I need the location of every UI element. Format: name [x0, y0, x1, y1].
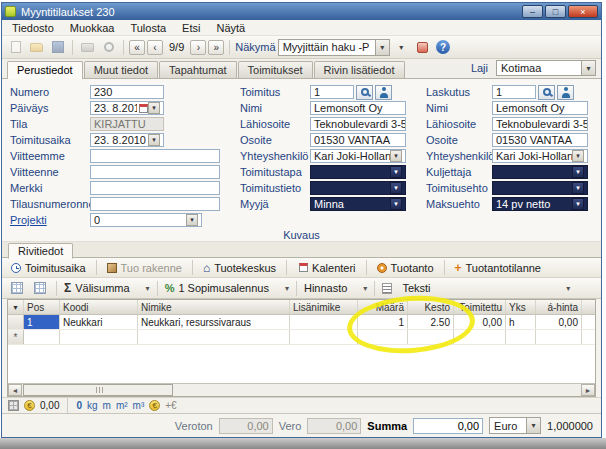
toimitus-osoite-input[interactable]: 01530 VANTAA — [310, 133, 406, 147]
chevron-down-icon[interactable]: ▾ — [390, 166, 402, 178]
col-maara[interactable]: Määrä — [358, 300, 408, 314]
calculator-icon[interactable] — [8, 400, 19, 411]
cell-empty[interactable] — [408, 330, 454, 344]
laskutus-yhteyshenkilo-combo[interactable]: Kari Joki-Hollanti ▾ — [492, 149, 588, 163]
maksuehto-combo[interactable]: 14 pv netto ▾ — [492, 197, 588, 211]
toimitus-customer-button[interactable] — [375, 85, 392, 100]
cell-empty[interactable] — [138, 330, 290, 344]
print-button[interactable] — [78, 38, 97, 57]
cell-pos[interactable]: 1 — [24, 315, 60, 329]
laskutus-nimi-input[interactable]: Lemonsoft Oy — [492, 101, 588, 115]
open-button[interactable] — [27, 38, 46, 57]
preview-button[interactable] — [99, 38, 118, 57]
cell-empty[interactable] — [24, 330, 60, 344]
horizontal-scrollbar[interactable]: ◄ ► — [8, 383, 595, 396]
cell-empty[interactable] — [358, 330, 408, 344]
numero-input[interactable]: 230 — [90, 85, 164, 99]
teksti-combo[interactable]: Teksti ▾ — [402, 282, 570, 294]
kuljettaja-combo[interactable]: ▾ — [492, 165, 588, 179]
row-selector[interactable] — [8, 315, 24, 329]
tab-rivitiedot[interactable]: Rivitiedot — [8, 243, 73, 259]
col-a-hinta[interactable]: á-hinta — [536, 300, 582, 314]
viitteenne-input[interactable] — [90, 165, 220, 179]
first-record-button[interactable]: « — [129, 40, 145, 55]
col-lisanimike[interactable]: Lisänimike — [290, 300, 358, 314]
tab-toimitukset[interactable]: Toimitukset — [238, 61, 313, 78]
laskutus-osoite-input[interactable]: 01530 VANTAA — [492, 133, 588, 147]
col-kesto[interactable]: Kesto — [408, 300, 454, 314]
cell-lisanimike[interactable] — [290, 315, 358, 329]
col-toimitettu[interactable]: Toimitettu — [454, 300, 506, 314]
cell-kesto[interactable]: 2.50 — [408, 315, 454, 329]
chevron-down-icon[interactable]: ▾ — [581, 61, 595, 75]
minimize-button[interactable]: – — [522, 5, 543, 18]
toimitusaika-button[interactable]: Toimitusaika — [7, 261, 90, 275]
chevron-down-icon[interactable]: ▾ — [390, 198, 402, 210]
toimitustieto-combo[interactable]: ▾ — [310, 181, 406, 195]
toimitus-input[interactable]: 1 — [310, 85, 354, 99]
maximize-button[interactable]: □ — [545, 5, 566, 18]
toimitusehto-combo[interactable]: ▾ — [492, 181, 588, 195]
save-button[interactable] — [48, 38, 67, 57]
layout-button[interactable] — [7, 279, 26, 298]
tuo-rakenne-button[interactable]: Tuo rakenne — [103, 261, 186, 275]
projekti-link[interactable]: Projekti — [10, 214, 90, 226]
laskutus-search-button[interactable] — [538, 85, 555, 100]
laskutus-customer-button[interactable] — [557, 85, 574, 100]
menu-tulosta[interactable]: Tulosta — [122, 21, 174, 35]
cell-empty[interactable] — [454, 330, 506, 344]
menu-nayta[interactable]: Näytä — [208, 21, 253, 35]
menu-etsi[interactable]: Etsi — [174, 21, 208, 35]
view-dropdown-button[interactable]: ▾ — [392, 38, 411, 57]
col-yks[interactable]: Yks — [506, 300, 536, 314]
tilausnumeronne-input[interactable] — [90, 197, 220, 211]
toimitusaika-input[interactable]: 23. 8.2010 ▾ — [90, 133, 164, 147]
prev-record-button[interactable]: ‹ — [147, 40, 163, 55]
menu-muokkaa[interactable]: Muokkaa — [62, 21, 123, 35]
cell-yks[interactable]: h — [506, 315, 536, 329]
chevron-down-icon[interactable]: ▾ — [390, 150, 402, 162]
tab-perustiedot[interactable]: Perustiedot — [7, 61, 83, 79]
next-record-button[interactable]: › — [190, 40, 206, 55]
chevron-down-icon[interactable]: ▾ — [375, 40, 389, 55]
scroll-left-button[interactable]: ◄ — [8, 384, 22, 396]
scroll-right-button[interactable]: ► — [581, 384, 595, 396]
currency-combo[interactable]: Euro ▾ — [489, 417, 541, 434]
laskutus-input[interactable]: 1 — [492, 85, 536, 99]
cell-empty[interactable] — [536, 330, 582, 344]
cell-a-hinta[interactable]: 0,00 — [536, 315, 582, 329]
laji-combo[interactable]: Kotimaa ▾ — [496, 60, 596, 76]
toimitus-nimi-input[interactable]: Lemonsoft Oy — [310, 101, 406, 115]
merkki-input[interactable] — [90, 181, 220, 195]
scrollbar-thumb[interactable] — [23, 384, 173, 396]
laskutus-lahiosoite-input[interactable]: Teknobulevardi 3-5 — [492, 117, 588, 131]
col-pos[interactable]: Pos — [24, 300, 60, 314]
col-nimike[interactable]: Nimike — [138, 300, 290, 314]
cell-empty[interactable] — [506, 330, 536, 344]
summa-value[interactable]: 0,00 — [413, 418, 483, 434]
chevron-down-icon[interactable]: ▾ — [572, 182, 584, 194]
cell-empty[interactable] — [290, 330, 358, 344]
tab-tapahtumat[interactable]: Tapahtumat — [159, 61, 236, 78]
clear-search-button[interactable] — [413, 38, 432, 57]
view-combo[interactable]: Myyjittäin haku -P ▾ — [278, 39, 390, 56]
toimitustapa-combo[interactable]: ▾ — [310, 165, 406, 179]
cell-maara[interactable]: 1 — [358, 315, 408, 329]
add-price-icon[interactable]: +€ — [165, 400, 176, 411]
paivays-input[interactable]: 23. 8.2010 ▾ — [90, 101, 164, 115]
col-koodi[interactable]: Koodi — [60, 300, 138, 314]
tab-rivin-lisatiedot[interactable]: Rivin lisätiedot — [314, 61, 405, 78]
chevron-down-icon[interactable]: ▾ — [148, 134, 160, 146]
tuotekeskus-button[interactable]: ⌂ Tuotekeskus — [199, 261, 280, 275]
close-button[interactable]: × — [568, 5, 598, 18]
viitteemme-input[interactable] — [90, 149, 220, 163]
toimitus-yhteyshenkilo-combo[interactable]: Kari Joki-Hollanti ▾ — [310, 149, 406, 163]
chevron-down-icon[interactable]: ▾ — [186, 214, 198, 226]
columns-button[interactable] — [30, 279, 49, 298]
help-button[interactable]: ? — [434, 38, 453, 57]
cell-empty[interactable] — [60, 330, 138, 344]
toimitus-lahiosoite-input[interactable]: Teknobulevardi 3-5 — [310, 117, 406, 131]
title-bar[interactable]: Myyntitilaukset 230 – □ × — [2, 3, 601, 20]
tuotantotilanne-button[interactable]: + Tuotantotilanne — [451, 261, 545, 275]
chevron-down-icon[interactable]: ▾ — [572, 198, 584, 210]
